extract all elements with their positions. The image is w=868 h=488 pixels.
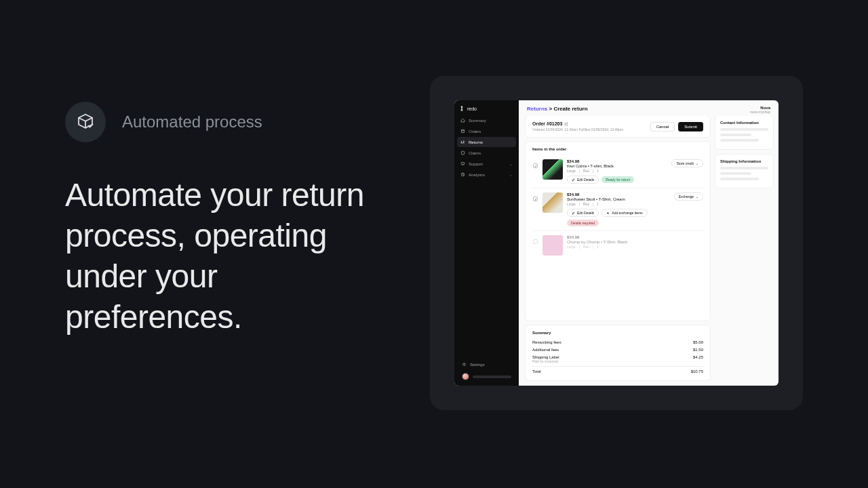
item-name: Kiwi Cobra • T-shirt, Black (567, 164, 667, 168)
breadcrumb: Returns > Create return (527, 106, 588, 112)
sidebar-item-orders[interactable]: Orders (457, 126, 516, 136)
item-color: Red (579, 245, 589, 249)
item-variants: Large Red 1 (567, 169, 667, 173)
edit-details-label: Edit Details (577, 178, 594, 182)
cancel-button[interactable]: Cancel (650, 122, 675, 131)
sidebar-label: Returns (469, 140, 483, 144)
edit-details-button[interactable]: Edit Details (567, 176, 599, 184)
sidebar-user[interactable] (458, 369, 515, 382)
app-logo[interactable]: redo (454, 100, 519, 115)
add-exchange-label: Add exchange items (612, 211, 642, 215)
edit-details-label: Edit Details (577, 211, 594, 215)
box-check-icon (65, 102, 106, 142)
status-badge: Details required (567, 220, 599, 226)
skeleton-line (720, 178, 759, 180)
summary-note: Paid by customer (532, 359, 559, 363)
sidebar-label: Claims (469, 151, 481, 155)
item-thumbnail (542, 159, 563, 180)
sidebar-item-returns[interactable]: Returns (457, 137, 516, 147)
status-badge: Ready for return (601, 176, 634, 183)
items-title: Items in the order (532, 147, 703, 151)
settings-label: Settings (470, 363, 485, 367)
total-value: $10.75 (691, 369, 703, 373)
item-size: Large (567, 245, 576, 249)
breadcrumb-separator: > (549, 106, 552, 112)
shipping-info-card: Shipping Information (715, 155, 773, 188)
skeleton-line (720, 172, 751, 175)
app-frame: redo Summary Orders Returns Claims (454, 100, 778, 386)
item-checkbox[interactable] (533, 197, 538, 201)
add-exchange-button[interactable]: Add exchange items (601, 209, 647, 217)
info-column: Contact Information Shipping Information (715, 116, 773, 380)
summary-row: Shipping Label Paid by customer $4.25 (532, 353, 703, 363)
item-price: $34.98 (567, 192, 670, 197)
summary-card: Summary Restocking fees $5.00 Additional… (526, 325, 710, 380)
summary-value: $5.00 (693, 340, 703, 344)
item-qty: 1 (593, 245, 599, 249)
orders-icon (460, 129, 465, 134)
tenant-block[interactable]: Nova nova.myshop (750, 106, 770, 114)
item-size: Large (567, 169, 576, 173)
item-qty: 1 (593, 169, 599, 173)
item-qty: 1 (593, 202, 599, 206)
marketing-panel: Automated process Automate your return p… (65, 102, 397, 338)
gear-icon (462, 362, 467, 367)
resolution-dropdown[interactable]: Store credit ⌄ (671, 159, 703, 167)
order-header-card: Order #01203 Ordered 01/04/2024, 11:42am… (526, 116, 710, 137)
summary-value: $1.50 (693, 348, 703, 352)
summary-row: Restocking fees $5.00 (532, 338, 703, 346)
item-variants: Large Red 1 (567, 245, 703, 249)
contact-info-title: Contact Information (720, 121, 768, 125)
pencil-icon (572, 178, 575, 182)
resolution-value: Exchange (679, 195, 694, 199)
item-price: $34.98 (567, 159, 667, 163)
marketing-headline: Automate your return process, operating … (65, 175, 397, 338)
breadcrumb-returns-link[interactable]: Returns (527, 106, 547, 112)
item-thumbnail (542, 235, 563, 256)
svg-rect-1 (461, 108, 462, 110)
skeleton-line (720, 134, 751, 136)
sidebar-item-summary[interactable]: Summary (457, 115, 516, 125)
breadcrumb-current: Create return (553, 106, 587, 112)
claims-icon (460, 150, 465, 155)
svg-point-6 (463, 363, 465, 365)
app-logo-text: redo (467, 106, 477, 111)
resolution-value: Store credit (676, 161, 694, 165)
order-id: Order #01203 (532, 121, 623, 126)
support-icon (460, 161, 465, 166)
sidebar-label: Summary (469, 119, 486, 123)
tenant-url: nova.myshop (750, 110, 770, 114)
summary-row: Additional fees $1.50 (532, 346, 703, 353)
item-name: Sunflower Skull • T-Shirt, Cream (567, 197, 670, 201)
item-variants: Large Red 1 (567, 202, 670, 206)
order-id-text: Order #01203 (532, 121, 562, 126)
total-label: Total (532, 369, 541, 373)
app-preview-card: redo Summary Orders Returns Claims (430, 76, 803, 410)
skeleton-line (720, 139, 759, 142)
pencil-icon (572, 211, 575, 215)
contact-info-card: Contact Information (715, 116, 773, 149)
item-color: Red (579, 202, 589, 206)
external-link-icon[interactable] (564, 122, 568, 126)
sidebar-settings[interactable]: Settings (458, 360, 515, 369)
items-card: Items in the order $34.98 Kiwi Cobra • T… (526, 142, 710, 321)
item-price: $34.98 (567, 235, 703, 239)
submit-button[interactable]: Submit (678, 122, 703, 131)
item-checkbox[interactable] (533, 239, 538, 244)
resolution-dropdown[interactable]: Exchange ⌄ (674, 192, 703, 201)
sidebar-label: Analytics (469, 173, 485, 177)
item-checkbox[interactable] (533, 163, 538, 168)
order-item: $34.98 Chomp by Chomp • T-Shirt, Black L… (532, 231, 703, 260)
summary-label: Restocking fees (532, 340, 561, 344)
sidebar-item-support[interactable]: Support ⌄ (457, 159, 516, 169)
sidebar-item-analytics[interactable]: Analytics ⌄ (457, 169, 516, 180)
summary-title: Summary (532, 331, 703, 335)
user-name-placeholder (473, 375, 511, 378)
sidebar-item-claims[interactable]: Claims (457, 148, 516, 158)
sidebar-nav: Summary Orders Returns Claims Support (454, 115, 519, 180)
sidebar-label: Support (469, 162, 483, 166)
chevron-down-icon: ⌄ (509, 172, 513, 177)
edit-details-button[interactable]: Edit Details (567, 209, 599, 217)
summary-label: Additional fees (532, 348, 559, 352)
svg-point-0 (461, 106, 463, 108)
